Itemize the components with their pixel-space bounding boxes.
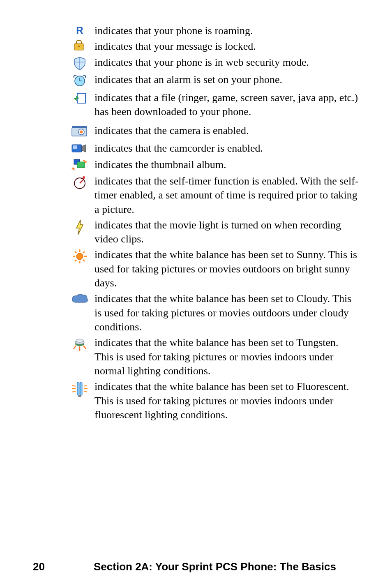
icon-description: indicates that the white balance has bee…	[94, 336, 359, 378]
svg-line-28	[75, 260, 76, 261]
icon-definition-row: indicates that the camcorder is enabled.	[66, 141, 359, 155]
svg-line-33	[74, 346, 76, 349]
wb-sunny-icon	[66, 248, 94, 264]
svg-line-40	[72, 391, 76, 392]
icon-description: indicates that the self-timer function i…	[94, 174, 359, 217]
thumbnail-album-icon	[66, 158, 94, 173]
web-security-icon	[66, 55, 94, 71]
icon-description: indicates that an alarm is set on your p…	[94, 73, 359, 87]
icon-description: indicates that the white balance has bee…	[94, 380, 359, 422]
page-number: 20	[33, 560, 94, 573]
page-footer: 20 Section 2A: Your Sprint PCS Phone: Th…	[0, 560, 392, 573]
page-content: R indicates that your phone is roaming. …	[0, 0, 392, 422]
svg-line-43	[84, 391, 87, 392]
svg-line-34	[83, 346, 86, 349]
svg-rect-14	[73, 145, 77, 149]
svg-line-27	[83, 251, 85, 253]
movie-light-icon	[66, 218, 94, 235]
svg-rect-37	[78, 395, 81, 397]
svg-line-41	[84, 385, 87, 386]
icon-description: indicates that your message is locked.	[94, 39, 359, 53]
svg-point-31	[76, 339, 83, 342]
icon-definition-row: indicates the thumbnail album.	[66, 158, 359, 173]
alarm-icon	[66, 73, 94, 88]
icon-definition-row: indicates that the white balance has bee…	[66, 380, 359, 422]
svg-rect-35	[77, 382, 79, 395]
icon-description: indicates that the camcorder is enabled.	[94, 141, 359, 155]
icon-definition-row: indicates that the white balance has bee…	[66, 336, 359, 378]
icon-description: indicates that your phone is roaming.	[94, 24, 359, 38]
svg-point-20	[76, 253, 83, 260]
camcorder-icon	[66, 141, 94, 154]
svg-point-2	[78, 46, 80, 47]
svg-rect-10	[72, 126, 87, 128]
self-timer-icon	[66, 174, 94, 190]
icon-description: indicates that the camera is enabled.	[94, 124, 359, 138]
roaming-icon: R	[66, 24, 94, 37]
wb-cloudy-icon	[66, 292, 94, 305]
icon-definition-row: indicates that the self-timer function i…	[66, 174, 359, 217]
svg-point-12	[80, 131, 83, 134]
icon-description: indicates that your phone is in web secu…	[94, 55, 359, 69]
icon-description: indicates that the white balance has bee…	[94, 248, 359, 290]
icon-definition-row: indicates that the white balance has bee…	[66, 292, 359, 334]
icon-description: indicates the thumbnail album.	[94, 158, 359, 172]
download-icon	[66, 91, 94, 105]
icon-description: indicates that the white balance has bee…	[94, 292, 359, 334]
wb-fluorescent-icon	[66, 380, 94, 398]
svg-rect-16	[77, 162, 85, 168]
svg-text:R: R	[76, 25, 83, 36]
icon-definition-row: indicates that the camera is enabled.	[66, 124, 359, 138]
icon-definition-row: indicates that your phone is in web secu…	[66, 55, 359, 71]
icon-definition-row: indicates that the white balance has bee…	[66, 248, 359, 290]
svg-point-19	[83, 176, 85, 179]
icon-description: indicates that a file (ringer, game, scr…	[94, 91, 359, 119]
icon-description: indicates that the movie light is turned…	[94, 218, 359, 247]
icon-definition-row: indicates that your message is locked.	[66, 39, 359, 53]
camera-icon	[66, 124, 94, 137]
svg-line-25	[75, 251, 76, 253]
locked-message-icon	[66, 39, 94, 53]
icon-definition-row: R indicates that your phone is roaming.	[66, 24, 359, 38]
icon-definition-row: indicates that the movie light is turned…	[66, 218, 359, 247]
svg-line-26	[83, 260, 85, 261]
svg-rect-36	[80, 382, 82, 395]
section-title: Section 2A: Your Sprint PCS Phone: The B…	[94, 560, 336, 573]
svg-line-38	[72, 385, 76, 386]
icon-definition-row: indicates that a file (ringer, game, scr…	[66, 91, 359, 119]
wb-tungsten-icon	[66, 336, 94, 353]
icon-definition-row: indicates that an alarm is set on your p…	[66, 73, 359, 88]
